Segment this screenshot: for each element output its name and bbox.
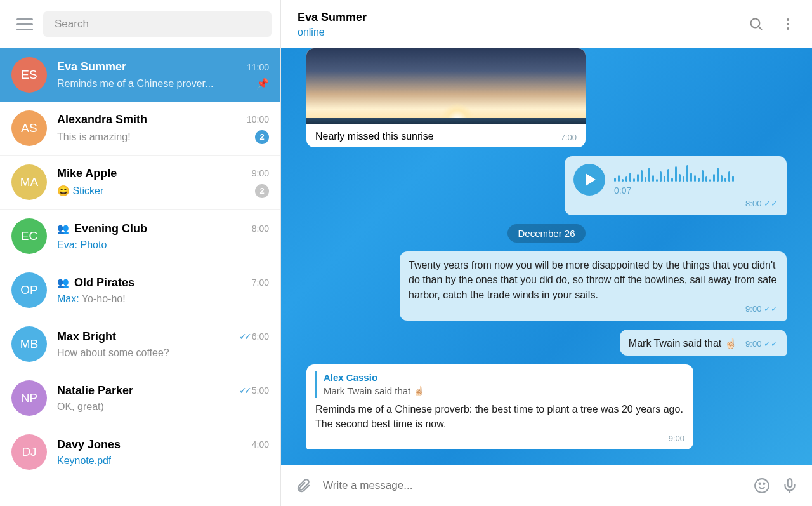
avatar: ES	[11, 57, 47, 93]
chat-time: 9:00	[252, 168, 269, 178]
chat-preview: Eva: Photo	[57, 239, 107, 251]
svg-point-4	[787, 27, 789, 30]
chat-time: 4:00	[252, 439, 269, 449]
attach-icon[interactable]	[295, 477, 311, 494]
reply-time: 9:00	[315, 433, 684, 445]
chat-sender: Max:	[57, 293, 79, 304]
avatar: OP	[11, 272, 47, 308]
chat-preview: Max: Yo-ho-ho!	[57, 293, 126, 305]
chat-name: Eva Summer	[57, 60, 126, 74]
svg-point-0	[751, 19, 760, 28]
app-root: Search ES Eva Summer 11:00 Reminds me of…	[0, 0, 812, 506]
avatar: NP	[11, 380, 47, 416]
svg-rect-8	[788, 479, 792, 487]
message-quote[interactable]: Twenty years from now you will be more d…	[400, 251, 787, 320]
voice-time: 8:00	[745, 199, 761, 208]
chat-name: Mike Apple	[57, 167, 117, 180]
reply-body: Reminds me of a Chinese proverb: the bes…	[315, 404, 683, 429]
read-ticks-icon: ✓✓	[764, 304, 778, 314]
chat-name: Alexandra Smith	[57, 113, 147, 126]
chat-time: ✓✓5:00	[239, 385, 269, 396]
chat-name: Natalie Parker	[57, 384, 133, 397]
reply-author: Alex Cassio	[324, 371, 684, 385]
message-voice[interactable]: 0:07 8:00 ✓✓	[565, 156, 787, 215]
chat-time: 8:00	[252, 223, 269, 234]
date-separator: December 26	[508, 224, 585, 243]
chat-preview: 😄 Sticker	[57, 185, 103, 197]
twain-text: Mark Twain said that ☝🏻	[629, 338, 737, 349]
message-twain[interactable]: Mark Twain said that ☝🏻 9:00 ✓✓	[620, 330, 787, 356]
avatar: DJ	[11, 434, 47, 470]
conversation-panel: Eva Summer online Nearly missed this sun…	[281, 0, 812, 506]
sunrise-image	[306, 48, 586, 124]
more-icon[interactable]	[780, 17, 796, 32]
quote-text: Twenty years from now you will be more d…	[409, 260, 777, 300]
read-ticks-icon: ✓✓	[239, 331, 249, 342]
chat-item[interactable]: AS Alexandra Smith 10:00 This is amazing…	[0, 102, 280, 156]
emoji-icon[interactable]	[754, 477, 770, 494]
sidebar-top: Search	[0, 0, 280, 48]
svg-point-3	[787, 23, 789, 25]
unread-badge: 2	[255, 130, 269, 144]
search-placeholder: Search	[55, 18, 89, 30]
play-icon[interactable]	[573, 164, 605, 196]
svg-point-6	[759, 483, 761, 484]
avatar: MB	[11, 326, 47, 362]
message-image[interactable]: Nearly missed this sunrise 7:00	[306, 48, 586, 147]
header-actions	[749, 17, 796, 32]
read-ticks-icon: ✓✓	[239, 385, 249, 396]
svg-line-1	[759, 27, 762, 30]
sidebar: Search ES Eva Summer 11:00 Reminds me of…	[0, 0, 281, 506]
svg-point-2	[787, 18, 789, 21]
chat-item[interactable]: ES Eva Summer 11:00 Reminds me of a Chin…	[0, 48, 280, 102]
avatar: AS	[11, 110, 47, 146]
chat-time: 10:00	[247, 114, 269, 124]
chat-time: 11:00	[247, 62, 269, 72]
search-icon[interactable]	[749, 17, 764, 32]
image-caption: Nearly missed this sunrise	[315, 131, 434, 142]
message-input[interactable]	[323, 479, 742, 492]
waveform	[614, 163, 734, 182]
header-title-block[interactable]: Eva Summer online	[298, 11, 367, 38]
avatar: MA	[11, 164, 47, 200]
mic-icon[interactable]	[782, 477, 798, 494]
twain-time: 9:00	[745, 339, 761, 349]
conversation-header: Eva Summer online	[281, 0, 812, 48]
group-icon: 👥	[57, 223, 69, 234]
chat-name: 👥 Old Pirates	[57, 276, 134, 290]
quote-time: 9:00	[745, 304, 761, 314]
menu-icon[interactable]	[16, 15, 33, 34]
chat-item[interactable]: MA Mike Apple 9:00 😄 Sticker 2	[0, 156, 280, 210]
unread-badge: 2	[255, 184, 269, 198]
avatar: EC	[11, 218, 47, 254]
chat-item[interactable]: MB Max Bright ✓✓6:00 How about some coff…	[0, 317, 280, 371]
group-icon: 👥	[57, 277, 69, 288]
image-time: 7:00	[561, 133, 577, 142]
chat-item[interactable]: DJ Davy Jones 4:00 Keynote.pdf	[0, 425, 280, 479]
composer	[281, 465, 812, 506]
svg-point-7	[763, 483, 764, 484]
chat-name: 👥 Evening Club	[57, 222, 147, 236]
chat-item[interactable]: NP Natalie Parker ✓✓5:00 OK, great)	[0, 371, 280, 425]
message-reply[interactable]: Alex Cassio Mark Twain said that ☝🏻 Remi…	[306, 364, 693, 450]
read-ticks-icon: ✓✓	[764, 339, 778, 349]
svg-point-5	[755, 479, 769, 493]
messages-area: Nearly missed this sunrise 7:00 0:07 8:0…	[281, 48, 812, 465]
chat-preview: OK, great)	[57, 401, 104, 413]
read-ticks-icon: ✓✓	[764, 199, 778, 208]
reply-quote: Alex Cassio Mark Twain said that ☝🏻	[315, 371, 684, 399]
chat-preview: How about some coffee?	[57, 347, 169, 359]
chat-item[interactable]: EC 👥 Evening Club 8:00 Eva: Photo	[0, 210, 280, 263]
chat-sender: Eva:	[57, 239, 77, 250]
chat-title: Eva Summer	[298, 11, 367, 24]
chat-time: 7:00	[252, 277, 269, 288]
search-input[interactable]: Search	[43, 11, 272, 37]
chat-list: ES Eva Summer 11:00 Reminds me of a Chin…	[0, 48, 280, 506]
pin-icon: 📌	[256, 77, 269, 90]
chat-item[interactable]: OP 👥 Old Pirates 7:00 Max: Yo-ho-ho!	[0, 263, 280, 317]
voice-duration: 0:07	[614, 184, 734, 197]
chat-status: online	[298, 27, 367, 38]
chat-preview: Reminds me of a Chinese prover...	[57, 78, 213, 90]
chat-time: ✓✓6:00	[239, 331, 269, 342]
reply-quote-text: Mark Twain said that ☝🏻	[324, 384, 684, 398]
